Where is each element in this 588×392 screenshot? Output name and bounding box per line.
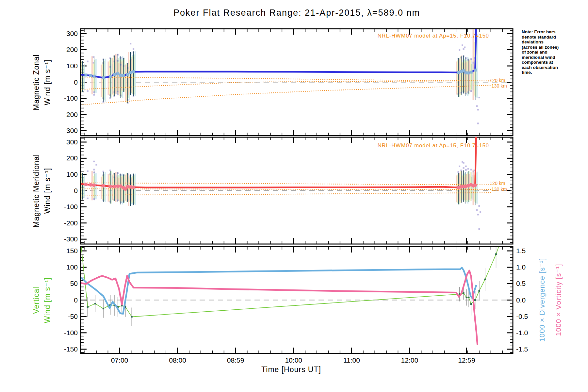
- y-tick-label-zonal: 200: [66, 46, 78, 53]
- y-tick-label-zonal: -100: [64, 94, 78, 102]
- zone-scatter-points: [87, 161, 481, 230]
- vertical-wind-line: [81, 239, 501, 317]
- magnetic-zonal-wind-markers: [84, 69, 477, 79]
- x-axis-title: Time [Hours UT]: [75, 365, 507, 374]
- y-axis-title-vertical: Vertical Wind [m s⁻¹]: [31, 232, 53, 369]
- x-tick-label: 12:00: [401, 356, 418, 364]
- model-caption-meridional: NRL-HWM07 model at Ap=15, F10.7=150: [372, 142, 489, 149]
- note-line: time.: [522, 70, 571, 75]
- y-axis-title-divergence: 1000 × Divergence [s⁻¹]: [538, 228, 547, 372]
- x-tick-label: 10:00: [285, 356, 302, 364]
- y-tick-label-zonal: -300: [64, 127, 78, 134]
- y-tick-label-meridional: 100: [66, 171, 78, 178]
- panel-vertical-wind-divergence-vorticity: [81, 239, 501, 345]
- y-tick-label-vertical: 100: [66, 263, 78, 271]
- y-tick-label-right: -1.5: [516, 345, 528, 353]
- vertical-wind-markers: [87, 253, 497, 318]
- x-tick-label: 08:59: [227, 356, 244, 364]
- model-altitude-label: 130 km: [491, 83, 507, 89]
- magnetic-zonal-wind-line: [81, 17, 476, 78]
- panel-frames: [81, 29, 513, 353]
- model-curves: [81, 183, 491, 195]
- note-line: of zonal and: [522, 50, 571, 55]
- y-axis-title-vorticity: 1000 × Vorticity [s⁻¹]: [554, 228, 563, 372]
- y-tick-label-meridional: 200: [66, 154, 78, 162]
- y-axis-title-vertical-line1: Vertical: [31, 232, 42, 369]
- vorticity-line: [81, 270, 478, 345]
- error-bars: [82, 29, 475, 103]
- y-axis-title-vertical-line2: Wind [m s⁻¹]: [42, 232, 53, 369]
- y-tick-label-meridional: -300: [64, 235, 78, 243]
- y-tick-label-meridional: -100: [64, 203, 78, 210]
- chart-title: Poker Flat Research Range: 21-Apr-2015, …: [81, 8, 513, 18]
- y-tick-label-meridional: 0: [74, 187, 78, 194]
- y-tick-label-zonal: -200: [64, 111, 78, 118]
- y-tick-label-zonal: 100: [66, 62, 78, 70]
- y-tick-label-right: 1.5: [516, 247, 526, 254]
- y-tick-label-zonal: 300: [66, 30, 78, 37]
- model-altitude-label: 120 km: [490, 181, 505, 186]
- x-tick-label: 07:00: [111, 356, 128, 364]
- zone-scatter-points: [87, 43, 480, 124]
- y-tick-label-zonal: 0: [74, 78, 78, 86]
- y-tick-label-vertical: -50: [68, 313, 78, 320]
- note-line: (across all zones): [522, 45, 571, 50]
- y-tick-label-meridional: 300: [66, 138, 78, 146]
- y-tick-label-vertical: -100: [64, 329, 78, 336]
- y-tick-label-meridional: -200: [64, 219, 78, 227]
- error-bands: [80, 29, 477, 103]
- x-tick-label: 12:59: [458, 356, 475, 364]
- y-tick-label-right: -1.0: [516, 329, 528, 336]
- note-line: components at: [522, 60, 571, 65]
- note-line: denote standard: [522, 35, 571, 40]
- x-tick-label: 11:00: [343, 356, 360, 364]
- model-caption-zonal: NRL-HWM07 model at Ap=15, F10.7=150: [372, 33, 489, 39]
- y-tick-label-vertical: 150: [66, 247, 78, 254]
- screenshot-root: 120 km130 km120 km130 km07:0008:0008:591…: [0, 0, 588, 392]
- note-line: Note: Error bars: [522, 29, 571, 35]
- model-altitude-label: 130 km: [491, 187, 507, 192]
- model-altitude-label: 120 km: [490, 78, 505, 83]
- x-tick-label: 08:00: [169, 356, 186, 364]
- note-line: each observation: [522, 65, 571, 70]
- vertical-wind-error-bars: [88, 240, 496, 326]
- note-line: meridional wind: [522, 55, 571, 60]
- y-tick-label-vertical: 0: [74, 296, 78, 304]
- y-tick-label-right: 0.0: [516, 296, 526, 304]
- y-tick-label-right: 1.0: [516, 263, 526, 271]
- chart-svg: 120 km130 km120 km130 km07:0008:0008:591…: [0, 0, 588, 392]
- y-tick-label-right: 0.5: [516, 280, 526, 287]
- model-curves: [81, 77, 491, 105]
- note-text: Note: Error bars denote standard deviati…: [522, 29, 571, 75]
- y-tick-label-vertical: -150: [64, 345, 78, 353]
- y-tick-label-vertical: 50: [70, 280, 78, 287]
- y-tick-label-right: -0.5: [516, 313, 528, 320]
- note-line: deviations: [522, 40, 571, 45]
